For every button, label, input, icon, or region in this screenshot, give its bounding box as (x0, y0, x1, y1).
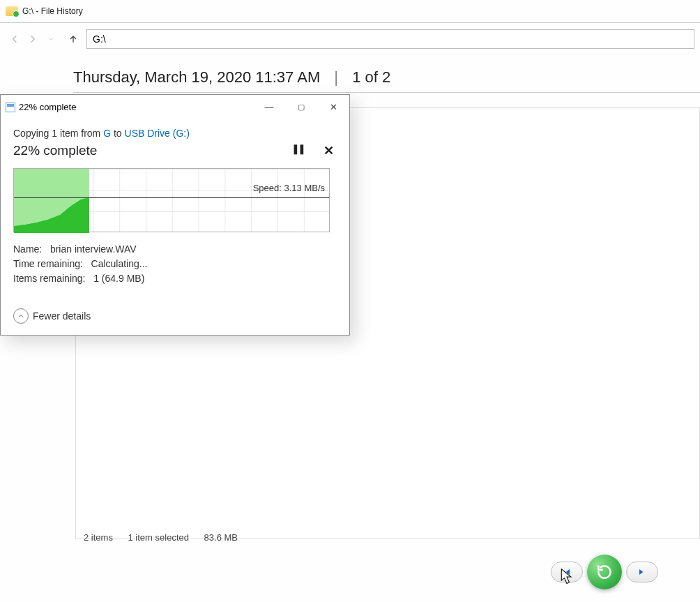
dialog-close-button[interactable]: ✕ (317, 96, 349, 119)
chevron-up-icon (13, 308, 29, 324)
minimize-icon: — (265, 102, 274, 112)
fewer-details-toggle[interactable]: Fewer details (13, 301, 337, 332)
fewer-details-label: Fewer details (33, 310, 91, 322)
graph-speed-label: Speed: 3.13 MB/s (253, 183, 325, 193)
dialog-title: 22% complete (19, 102, 76, 112)
snapshot-position: 1 of 2 (352, 68, 390, 86)
dialog-body: Copying 1 item from G to USB Drive (G:) … (1, 119, 349, 335)
dialog-window-controls: — ▢ ✕ (253, 96, 349, 119)
graph-midline (14, 197, 329, 198)
detail-row-items: Items remaining: 1 (64.9 MB) (13, 271, 337, 286)
detail-items-value: 1 (64.9 MB) (93, 273, 144, 284)
address-bar[interactable]: G:\ (86, 29, 694, 49)
restore-button[interactable] (587, 555, 622, 589)
recent-dropdown-button[interactable] (42, 30, 60, 48)
copy-mid: to (111, 128, 124, 139)
status-selection: 1 item selected (128, 532, 189, 543)
window-title: G:\ - File History (22, 6, 83, 16)
snapshot-date: Thursday, March 19, 2020 11:37 AM (73, 68, 320, 86)
cancel-button[interactable]: ✕ (324, 143, 334, 158)
detail-time-value: Calculating... (91, 258, 148, 269)
graph-speed-area (14, 169, 89, 233)
next-version-button[interactable] (626, 562, 658, 582)
percent-line: 22% complete ❚❚ ✕ (13, 143, 337, 158)
detail-time-label: Time remaining: (13, 258, 83, 269)
dialog-maximize-button[interactable]: ▢ (285, 96, 317, 119)
detail-items-label: Items remaining: (13, 273, 85, 284)
source-link[interactable]: G (103, 128, 111, 139)
close-icon: ✕ (330, 102, 337, 112)
detail-row-name: Name: brian interview.WAV (13, 242, 337, 257)
pause-button[interactable]: ❚❚ (291, 143, 304, 158)
arrow-right-icon (26, 33, 39, 45)
status-bar: 2 items 1 item selected 83.6 MB (84, 532, 250, 543)
status-item-count: 2 items (84, 532, 113, 543)
window-titlebar[interactable]: G:\ - File History (0, 0, 700, 22)
detail-name-label: Name: (13, 243, 42, 255)
status-size: 83.6 MB (204, 532, 238, 543)
mouse-cursor-icon (561, 569, 573, 585)
speed-graph: Speed: 3.13 MB/s (13, 168, 330, 232)
copy-progress-dialog: 22% complete — ▢ ✕ Copying 1 item from G… (0, 94, 350, 336)
chevron-down-icon (47, 36, 54, 43)
snapshot-header: Thursday, March 19, 2020 11:37 AM | 1 of… (73, 54, 700, 93)
arrow-left-icon (8, 33, 21, 45)
up-button[interactable] (64, 30, 82, 48)
detail-row-time: Time remaining: Calculating... (13, 257, 337, 271)
dialog-titlebar[interactable]: 22% complete — ▢ ✕ (1, 95, 349, 119)
navigation-toolbar: G:\ (0, 23, 700, 55)
arrow-up-icon (68, 33, 79, 45)
destination-link[interactable]: USB Drive (G:) (125, 128, 190, 139)
copy-papers-icon (5, 102, 16, 113)
header-separator: | (334, 68, 338, 86)
forward-button[interactable] (24, 30, 42, 48)
folder-history-icon (6, 6, 18, 16)
detail-name-value: brian interview.WAV (50, 243, 137, 255)
copy-description: Copying 1 item from G to USB Drive (G:) (13, 128, 337, 139)
back-button[interactable] (6, 30, 24, 48)
copy-prefix: Copying 1 item from (13, 128, 103, 139)
maximize-icon: ▢ (298, 103, 305, 112)
dialog-minimize-button[interactable]: — (253, 96, 285, 119)
address-path: G:\ (93, 33, 106, 45)
percent-label: 22% complete (13, 143, 291, 158)
copy-details: Name: brian interview.WAV Time remaining… (13, 242, 337, 286)
progress-controls: ❚❚ ✕ (291, 143, 334, 158)
skip-next-icon (637, 566, 648, 578)
restore-icon (595, 563, 614, 581)
